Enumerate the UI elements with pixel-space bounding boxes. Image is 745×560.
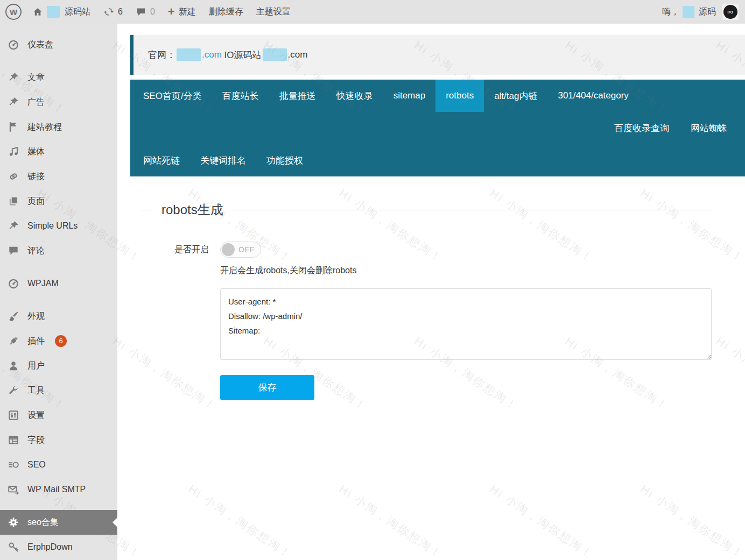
pushpin-icon	[8, 96, 19, 108]
tab-robots[interactable]: rotbots	[435, 80, 484, 112]
site-notice: 官网： .com IO源码站 .com	[130, 35, 745, 75]
robots-form: 是否开启 OFF 开启会生成robots,关闭会删除robots User-ag…	[141, 242, 712, 400]
gear-icon	[8, 516, 19, 528]
tab-alt-tag-links[interactable]: alt/tag内链	[484, 80, 547, 112]
sidebar-item-tools[interactable]: 工具	[0, 378, 117, 403]
greeting-prefix: 嗨，	[662, 6, 679, 18]
sidebar-item-dashboard[interactable]: 仪表盘	[0, 32, 117, 57]
official-site-link[interactable]: .com	[202, 49, 222, 60]
sidebar-item-label: WPJAM	[27, 279, 59, 288]
sidebar-item-seo-heji[interactable]: seo合集	[0, 510, 117, 535]
tab-row-2: 百度收录查询 网站蜘蛛	[130, 112, 745, 144]
sidebar-item-media[interactable]: 媒体	[0, 139, 117, 164]
toggle-hint: 开启会生成robots,关闭会删除robots	[220, 265, 712, 277]
tab-baidu-webmaster[interactable]: 百度站长	[212, 80, 269, 112]
plugin-tab-bar: SEO首页/分类 百度站长 批量推送 快速收录 sitemap rotbots …	[130, 80, 745, 176]
sidebar-item-label: 建站教程	[27, 122, 62, 133]
admin-sidebar: 仪表盘 文章 广告 建站教程 媒体 链接 页面	[0, 24, 117, 560]
mail-icon	[8, 484, 19, 495]
media-music-icon	[8, 146, 19, 158]
theme-settings-label: 主题设置	[256, 6, 291, 18]
robots-textarea[interactable]: User-agent: * Disallow: /wp-admin/ Sitem…	[220, 288, 712, 360]
greeting-name: 源码	[699, 6, 716, 18]
tab-feature-license[interactable]: 功能授权	[256, 144, 313, 176]
flag-icon	[8, 121, 19, 133]
tab-seo-home[interactable]: SEO首页/分类	[133, 80, 212, 112]
tab-row-1: SEO首页/分类 百度站长 批量推送 快速收录 sitemap rotbots …	[130, 80, 745, 112]
sidebar-item-comments[interactable]: 评论	[0, 238, 117, 263]
save-button[interactable]: 保存	[220, 375, 314, 400]
robots-toggle[interactable]: OFF	[220, 242, 261, 258]
admin-bar-updates[interactable]: 6	[103, 6, 123, 17]
sidebar-item-pages[interactable]: 页面	[0, 189, 117, 214]
sidebar-item-ads[interactable]: 广告	[0, 90, 117, 115]
tab-fast-index[interactable]: 快速收录	[326, 80, 383, 112]
sidebar-item-label: WP Mail SMTP	[27, 485, 86, 494]
sidebar-item-label: 链接	[27, 171, 45, 182]
comments-count: 0	[150, 7, 155, 17]
tab-301-404-category[interactable]: 301/404/category	[547, 80, 638, 112]
theme-settings-button[interactable]: 主题设置	[256, 6, 291, 18]
sidebar-item-fields[interactable]: 字段	[0, 428, 117, 452]
tab-sitemap[interactable]: sitemap	[383, 80, 436, 112]
sidebar-item-label: SEO	[27, 460, 46, 470]
tab-dead-links[interactable]: 网站死链	[133, 144, 190, 176]
sidebar-item-appearance[interactable]: 外观	[0, 304, 117, 329]
sidebar-item-wpjam[interactable]: WPJAM	[0, 271, 117, 296]
section-heading: robots生成	[141, 201, 712, 218]
sidebar-item-plugins[interactable]: 插件 6	[0, 329, 117, 353]
link-chain-icon	[8, 171, 19, 182]
sidebar-item-posts[interactable]: 文章	[0, 65, 117, 90]
tab-baidu-index-query[interactable]: 百度收录查询	[603, 112, 680, 144]
plugins-update-badge: 6	[55, 335, 67, 347]
sidebar-item-wp-mail-smtp[interactable]: WP Mail SMTP	[0, 477, 117, 502]
sidebar-item-simple-urls[interactable]: Simple URLs	[0, 214, 117, 238]
table-grid-icon	[8, 434, 19, 446]
toggle-state-label: OFF	[238, 245, 255, 254]
pushpin-icon	[8, 72, 19, 83]
new-content-button[interactable]: + 新建	[168, 6, 196, 18]
redacted-domain-2	[263, 48, 287, 61]
admin-bar-site-link[interactable]: 源码站	[32, 6, 90, 18]
admin-bar: W 源码站 6 0 + 新建	[0, 0, 745, 24]
comment-icon	[8, 245, 19, 257]
sidebar-item-label: 工具	[27, 385, 45, 396]
notice-middle-text: IO源码站	[222, 49, 262, 61]
tab-site-spider[interactable]: 网站蜘蛛	[680, 112, 738, 144]
clear-cache-button[interactable]: 删除缓存	[209, 6, 243, 18]
sidebar-item-label: 媒体	[27, 146, 45, 158]
toggle-field-label: 是否开启	[141, 242, 209, 400]
redacted-site-prefix	[47, 6, 60, 18]
sidebar-item-users[interactable]: 用户	[0, 353, 117, 378]
sidebar-item-links[interactable]: 链接	[0, 164, 117, 189]
tab-batch-push[interactable]: 批量推送	[269, 80, 326, 112]
wrench-icon	[8, 385, 19, 396]
sidebar-item-tutorials[interactable]: 建站教程	[0, 115, 117, 139]
comment-icon	[136, 6, 146, 17]
tab-keyword-ranking[interactable]: 关键词排名	[190, 144, 256, 176]
avatar-frame: I/O	[722, 4, 739, 20]
sidebar-item-seo[interactable]: SEO	[0, 452, 117, 477]
redacted-domain-1	[177, 48, 201, 61]
account-menu[interactable]: 嗨， 源码 I/O	[662, 4, 739, 20]
updates-count: 6	[118, 7, 123, 17]
sidebar-item-label: 字段	[27, 435, 45, 446]
new-content-label: 新建	[179, 6, 196, 18]
sidebar-item-erphpdown[interactable]: ErphpDown	[0, 535, 117, 559]
admin-bar-comments[interactable]: 0	[136, 6, 155, 17]
updates-icon	[103, 6, 114, 17]
sidebar-item-label: 外观	[27, 311, 45, 322]
sidebar-item-label: 用户	[27, 360, 45, 372]
sidebar-item-label: Simple URLs	[27, 221, 78, 231]
dashboard-gauge-icon	[8, 39, 19, 51]
sidebar-item-label: 文章	[27, 72, 45, 83]
tab-row-3: 网站死链 关键词排名 功能授权	[130, 144, 745, 176]
content-area: 官网： .com IO源码站 .com SEO首页/分类 百度站长 批量推送 快…	[117, 24, 745, 560]
wordpress-logo-icon[interactable]: W	[5, 4, 22, 20]
seo-speed-icon	[8, 459, 19, 471]
notice-suffix-text: .com	[288, 49, 308, 60]
robots-panel: robots生成 是否开启 OFF 开启会生成robots,关闭会删除robot…	[117, 201, 745, 400]
sliders-icon	[8, 409, 19, 421]
pushpin-icon	[8, 220, 19, 232]
sidebar-item-settings[interactable]: 设置	[0, 403, 117, 428]
